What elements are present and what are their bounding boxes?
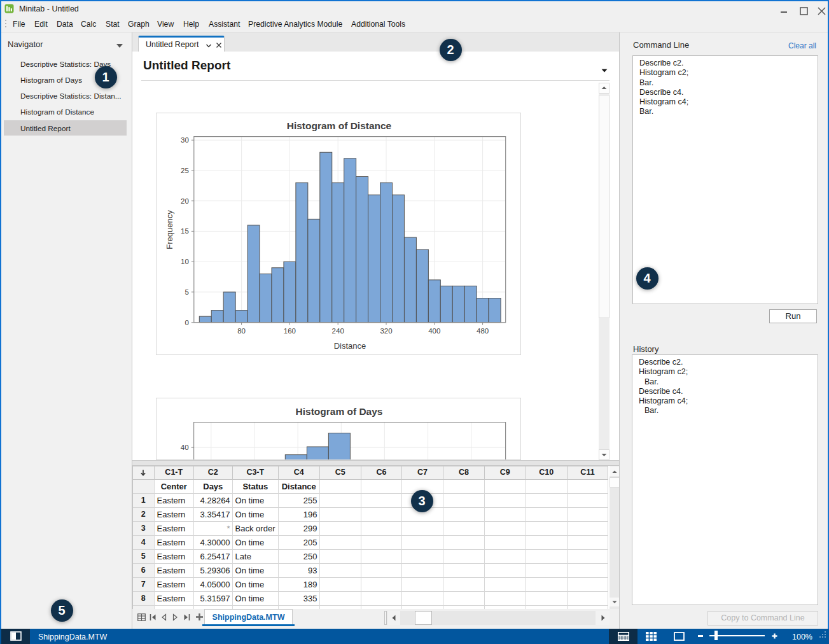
svg-text:400: 400: [428, 327, 440, 335]
svg-text:160: 160: [284, 327, 296, 335]
svg-text:240: 240: [332, 327, 344, 335]
svg-text:80: 80: [237, 327, 246, 335]
svg-text:0: 0: [185, 319, 188, 326]
svg-text:Histogram of Distance: Histogram of Distance: [287, 120, 392, 131]
svg-text:15: 15: [181, 227, 189, 235]
svg-text:5: 5: [185, 288, 188, 296]
svg-text:10: 10: [181, 258, 189, 265]
svg-text:20: 20: [181, 197, 189, 205]
svg-text:Distance: Distance: [334, 341, 366, 351]
svg-text:Frequency: Frequency: [165, 210, 174, 249]
svg-text:30: 30: [181, 136, 189, 144]
svg-text:40: 40: [181, 444, 189, 451]
svg-text:480: 480: [477, 327, 489, 335]
svg-text:25: 25: [181, 167, 189, 174]
svg-text:320: 320: [380, 327, 392, 335]
svg-text:Histogram of Days: Histogram of Days: [296, 406, 383, 417]
